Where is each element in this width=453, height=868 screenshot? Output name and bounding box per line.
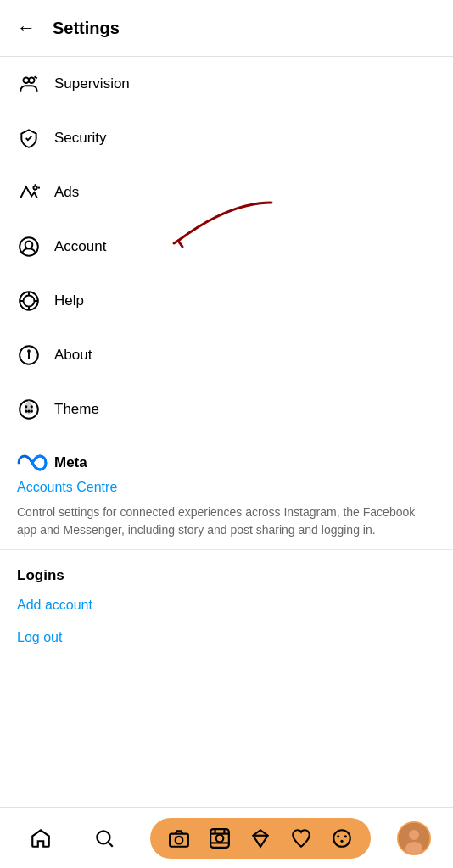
reels-nav-button[interactable] [206, 825, 233, 852]
effects-icon [331, 827, 353, 849]
menu-item-security[interactable]: Security [0, 111, 453, 165]
svg-line-2 [35, 76, 37, 78]
meta-brand-label: Meta [54, 454, 87, 471]
menu-item-theme[interactable]: Theme [0, 382, 453, 437]
account-icon [17, 235, 41, 259]
svg-point-38 [340, 839, 343, 842]
diamond-icon [249, 827, 271, 849]
home-nav-button[interactable] [22, 820, 59, 857]
svg-point-9 [24, 296, 35, 307]
help-icon [17, 289, 41, 313]
svg-point-20 [27, 410, 30, 413]
logout-link[interactable]: Log out [17, 630, 436, 645]
diamond-nav-button[interactable] [247, 825, 274, 852]
settings-header: ← Settings [0, 0, 453, 57]
search-icon [93, 827, 115, 849]
menu-item-account[interactable]: Account [0, 220, 453, 274]
meta-logo-icon [17, 454, 48, 471]
settings-menu: Supervision Security Ads [0, 57, 453, 437]
ads-label: Ads [54, 184, 79, 201]
svg-point-22 [31, 410, 33, 413]
svg-point-35 [333, 830, 350, 847]
nav-pill [150, 818, 371, 859]
ads-icon [17, 181, 41, 204]
meta-logo-row: Meta [17, 454, 436, 471]
accounts-centre-link[interactable]: Accounts Centre [17, 480, 436, 495]
svg-point-21 [25, 410, 27, 413]
menu-item-about[interactable]: About [0, 328, 453, 382]
camera-icon [168, 827, 190, 849]
svg-line-24 [109, 842, 113, 846]
svg-point-16 [28, 350, 30, 352]
security-label: Security [54, 130, 106, 147]
about-label: About [54, 347, 92, 364]
heart-icon [290, 827, 312, 849]
reels-icon [209, 827, 231, 849]
profile-avatar[interactable] [397, 821, 431, 855]
theme-icon [17, 398, 41, 421]
svg-point-1 [29, 77, 35, 83]
menu-item-help[interactable]: Help [0, 274, 453, 328]
help-label: Help [54, 292, 84, 309]
supervision-label: Supervision [54, 75, 130, 92]
svg-point-3 [33, 186, 36, 189]
avatar-image [399, 823, 429, 854]
search-nav-button[interactable] [86, 820, 123, 857]
svg-point-28 [215, 834, 223, 842]
account-label: Account [54, 238, 106, 255]
svg-rect-27 [210, 829, 229, 848]
logins-title: Logins [17, 567, 436, 584]
theme-label: Theme [54, 401, 99, 418]
menu-item-ads[interactable]: Ads [0, 165, 453, 220]
svg-point-26 [175, 836, 182, 843]
svg-point-40 [409, 830, 419, 840]
svg-point-7 [25, 242, 33, 249]
bottom-nav [0, 807, 453, 868]
menu-item-supervision[interactable]: Supervision [0, 57, 453, 111]
meta-description: Control settings for connected experienc… [17, 504, 436, 539]
svg-point-18 [25, 405, 27, 408]
svg-point-37 [344, 835, 346, 837]
supervision-icon [17, 72, 41, 96]
add-account-link[interactable]: Add account [17, 598, 436, 613]
svg-marker-33 [253, 830, 267, 847]
page-title: Settings [53, 19, 120, 38]
effects-nav-button[interactable] [328, 825, 355, 852]
logins-section: Logins Add account Log out [0, 550, 453, 652]
security-icon [17, 126, 41, 150]
camera-nav-button[interactable] [165, 825, 193, 852]
heart-nav-button[interactable] [288, 825, 315, 852]
about-icon [17, 343, 41, 367]
svg-point-36 [337, 835, 339, 837]
svg-point-19 [31, 405, 33, 408]
svg-point-23 [98, 831, 110, 843]
home-icon [30, 827, 52, 849]
back-button[interactable]: ← [14, 14, 39, 42]
meta-section: Meta Accounts Centre Control settings fo… [0, 437, 453, 549]
